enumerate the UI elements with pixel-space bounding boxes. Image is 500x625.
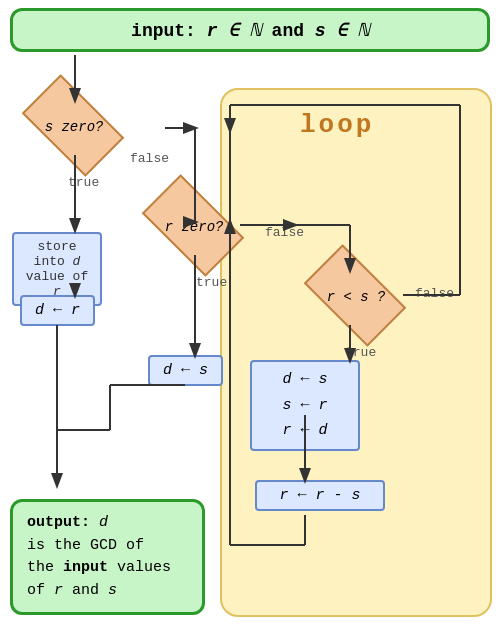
box-r-minus-s: r ← r - s [255,480,385,511]
store-text-into: into d [34,254,81,269]
label-true-r-lt-s: true [345,345,376,360]
flowchart: input: r ∈ ℕ r ∈ ℕ and s ∈ ℕ and s ∈ ℕ l… [0,0,500,625]
output-text-1: is the GCD of [27,537,144,554]
store-text-store: store [37,239,76,254]
s-zero-label: s zero? [29,119,119,135]
output-text-3: of r and s [27,582,117,599]
r-zero-label: r zero? [149,219,239,235]
d-arrow-r-text: d [35,302,44,319]
box-d-arrow-r: d ← r [20,295,95,326]
s-text-1: s [199,362,208,379]
input-expr: r ∈ ℕ [207,21,272,41]
label-false-r-lt-s: false [415,286,454,301]
label-false-s-zero: false [130,151,169,166]
label-true-s-zero: true [68,175,99,190]
input-box: input: r ∈ ℕ r ∈ ℕ and s ∈ ℕ and s ∈ ℕ [10,8,490,52]
r-text-1: r [71,302,80,319]
label-false-r-zero: false [265,225,304,240]
box-d-arrow-s: d ← s [148,355,223,386]
store-text-val: value [26,269,65,284]
box-swap: d ← s s ← r r ← d [250,360,360,451]
output-d: d [99,514,108,531]
d-arrow-s-text: d [163,362,172,379]
and-word: and [272,21,315,41]
input-label: input: [131,21,196,41]
output-text-2: the input values [27,559,171,576]
diamond-s-zero: s zero? [22,74,125,177]
r-lt-s-label: r < s ? [311,289,401,305]
s-expr: s ∈ ℕ [315,21,369,41]
output-label: output: [27,514,99,531]
loop-label: loop [300,110,374,140]
output-box: output: d is the GCD of the input values… [10,499,205,615]
label-true-r-zero: true [196,275,227,290]
